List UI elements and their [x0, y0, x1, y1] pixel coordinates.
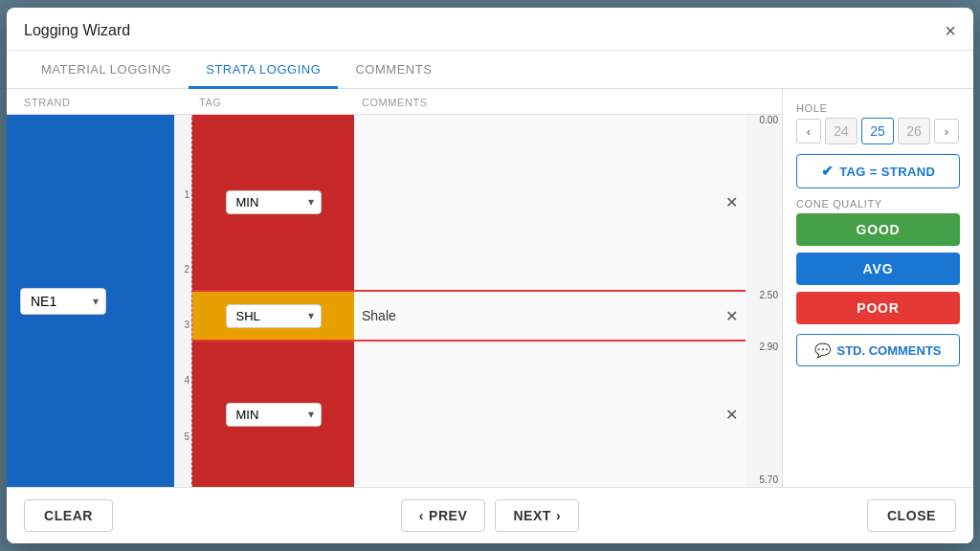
comment-icon: 💬 — [814, 342, 831, 358]
comment-text-2: Shale — [362, 308, 396, 323]
clear-button[interactable]: CLEAR — [24, 499, 113, 532]
logging-wizard-dialog: Logging Wizard × MATERIAL LOGGING STRATA… — [7, 8, 973, 543]
hole-prev-button[interactable]: ‹ — [796, 119, 821, 143]
prev-icon: ‹ — [419, 508, 424, 523]
std-comments-button[interactable]: 💬 STD. COMMENTS — [796, 334, 960, 366]
main-content: STRAND TAG COMMENTS NE1 NE2 — [7, 89, 973, 487]
footer: CLEAR ‹ PREV NEXT › CLOSE — [7, 487, 973, 543]
std-comments-label: STD. COMMENTS — [836, 343, 941, 358]
measure-5: 5 — [184, 431, 189, 442]
comments-col-header: COMMENTS — [354, 97, 746, 108]
column-headers: STRAND TAG COMMENTS — [7, 89, 782, 115]
depth-0: 0.00 — [760, 115, 778, 125]
right-sidebar: HOLE ‹ › ✔ TAG = STRAND CONE QUALITY GOO… — [782, 89, 973, 487]
tab-comments[interactable]: COMMENTS — [338, 51, 449, 89]
tag-equals-strand-button[interactable]: ✔ TAG = STRAND — [796, 154, 960, 188]
tag-select-2[interactable]: SHLMIN — [226, 304, 322, 328]
comments-column: ✕ Shale ✕ ✕ — [354, 115, 746, 487]
quality-avg-button[interactable]: AVG — [796, 253, 960, 285]
measure-1: 1 — [184, 189, 189, 200]
hole-next-button[interactable]: › — [934, 119, 959, 143]
next-icon: › — [556, 508, 561, 523]
cone-quality-section: CONE QUALITY GOOD AVG POOR — [796, 198, 960, 324]
tag-segment-2: SHLMIN — [192, 290, 354, 342]
tag-segment-3: MINSHL — [192, 342, 354, 487]
measure-3: 3 — [184, 320, 189, 330]
hole-section: HOLE ‹ › — [796, 102, 960, 144]
cone-quality-label: CONE QUALITY — [796, 198, 960, 209]
tab-bar: MATERIAL LOGGING STRATA LOGGING COMMENTS — [7, 51, 973, 89]
logging-main-area: STRAND TAG COMMENTS NE1 NE2 — [7, 89, 782, 487]
measurement-column: 1 2 3 4 5 — [174, 115, 191, 487]
strand-column: NE1 NE2 — [7, 115, 174, 487]
tag-strand-label: TAG = STRAND — [839, 165, 935, 179]
quality-good-button[interactable]: GOOD — [796, 213, 960, 246]
strand-select[interactable]: NE1 NE2 — [20, 288, 106, 315]
hole-navigation: ‹ › — [796, 118, 960, 144]
close-row-3-button[interactable]: ✕ — [725, 406, 738, 424]
depth-570: 5.70 — [760, 474, 778, 485]
dialog-title: Logging Wizard — [24, 22, 130, 39]
close-row-1-button[interactable]: ✕ — [725, 193, 738, 211]
tag-col-header: TAG — [191, 97, 354, 108]
prev-label: PREV — [429, 508, 467, 523]
strand-selector: NE1 NE2 — [20, 288, 106, 315]
logging-rows-area: NE1 NE2 1 2 3 4 5 — [7, 115, 782, 487]
quality-poor-button[interactable]: POOR — [796, 292, 960, 324]
next-button[interactable]: NEXT › — [495, 499, 579, 532]
tag-column: MINSHL SHLMIN — [191, 115, 354, 487]
footer-nav: ‹ PREV NEXT › — [401, 499, 579, 532]
hole-current-num[interactable] — [861, 118, 894, 144]
hole-prev-num[interactable] — [825, 118, 858, 144]
next-label: NEXT — [513, 508, 551, 523]
tag-select-3[interactable]: MINSHL — [226, 403, 322, 427]
dialog-close-button[interactable]: × — [945, 21, 956, 40]
depth-250: 2.50 — [760, 290, 778, 300]
hole-label: HOLE — [796, 102, 960, 114]
tag-select-1[interactable]: MINSHL — [226, 190, 322, 214]
tab-strata-logging[interactable]: STRATA LOGGING — [189, 51, 338, 89]
depth-290: 2.90 — [760, 342, 778, 352]
checkmark-icon: ✔ — [821, 163, 834, 180]
hole-next-num[interactable] — [898, 118, 930, 144]
tab-material-logging[interactable]: MATERIAL LOGGING — [24, 51, 189, 89]
tag-segment-1: MINSHL — [192, 115, 354, 290]
measure-2: 2 — [184, 264, 189, 275]
close-button[interactable]: CLOSE — [867, 499, 956, 532]
close-row-2-button[interactable]: ✕ — [725, 307, 738, 325]
measure-4: 4 — [184, 375, 189, 386]
depth-column: 0.00 2.50 2.90 5.70 — [746, 115, 782, 487]
strand-col-header: STRAND — [7, 97, 174, 108]
dialog-header: Logging Wizard × — [7, 8, 973, 51]
prev-button[interactable]: ‹ PREV — [401, 499, 486, 532]
